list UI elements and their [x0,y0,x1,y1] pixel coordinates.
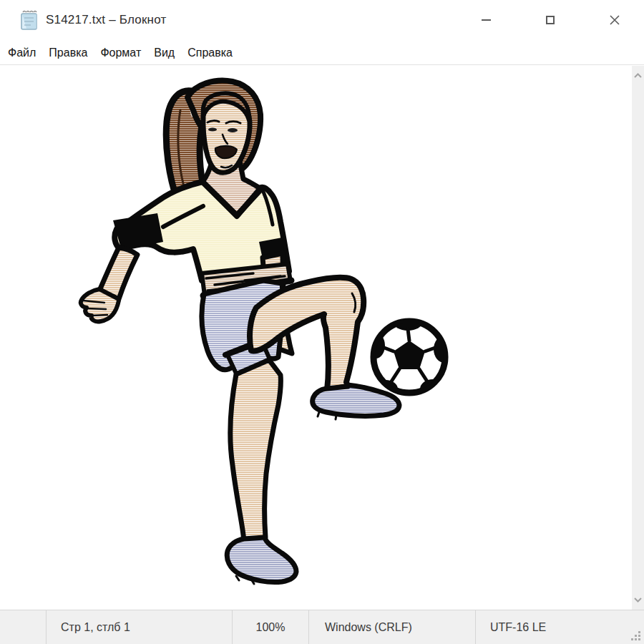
status-cursor-position: Стр 1, стлб 1 [47,610,233,644]
status-line-endings: Windows (CRLF) [309,610,476,644]
close-icon [609,14,620,26]
menu-bar: Файл Правка Формат Вид Справка [0,40,644,65]
chevron-down-icon [634,597,642,602]
window-controls [464,0,644,40]
soccer-ball [366,312,455,399]
close-button[interactable] [592,0,637,40]
status-bar: Стр 1, стлб 1 100% Windows (CRLF) UTF-16… [0,610,644,644]
left-hand [81,289,119,321]
maximize-icon [546,16,555,24]
editor-area[interactable] [0,66,644,610]
scroll-up-button[interactable] [632,69,644,82]
face [203,93,250,172]
scroll-down-button[interactable] [632,594,644,606]
resize-grip-icon[interactable] [631,631,640,640]
status-zoom-level: 100% [233,610,309,644]
title-bar[interactable]: S14217.txt – Блокнот [0,0,644,40]
minimize-button[interactable] [464,0,508,40]
standing-leg [227,360,296,584]
minimize-icon [482,19,491,21]
menu-help[interactable]: Справка [181,40,239,65]
artwork-girl-soccer [0,66,632,610]
notepad-window: S14217.txt – Блокнот Файл Правка Формат … [0,0,644,644]
chevron-up-icon [634,73,642,78]
raised-shoe [313,385,399,416]
vertical-scrollbar[interactable] [632,66,644,610]
menu-view[interactable]: Вид [147,40,181,65]
left-arm [81,213,163,321]
status-spacer [0,610,47,644]
window-title: S14217.txt – Блокнот [46,13,166,27]
status-encoding: UTF-16 LE [476,610,644,644]
menu-file[interactable]: Файл [1,40,42,65]
menu-edit[interactable]: Правка [42,40,94,65]
notepad-icon [19,9,39,31]
maximize-button[interactable] [528,0,572,40]
standing-shoe [227,537,296,582]
menu-format[interactable]: Формат [94,40,147,65]
